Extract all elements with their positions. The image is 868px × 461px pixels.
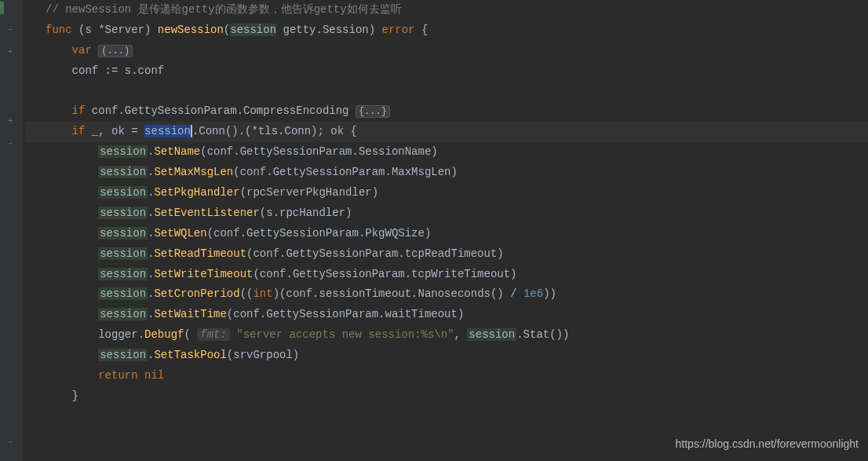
fold-icon[interactable]: + <box>8 46 13 60</box>
code-area[interactable]: // newSession 是传递给getty的函数参数，他告诉getty如何去… <box>22 0 868 461</box>
code-line <box>25 82 868 102</box>
fold-icon[interactable]: + <box>8 115 13 130</box>
code-editor: − + + − 💡 − // newSession 是传递给getty的函数参数… <box>0 0 868 461</box>
watermark-text: https://blog.csdn.net/forevermoonlight <box>676 434 859 455</box>
code-line: } <box>25 386 868 407</box>
code-line: session.SetPkgHandler(rpcServerPkgHandle… <box>25 183 868 203</box>
param-hint: fmt: <box>197 328 230 341</box>
code-line: session.SetWQLen(conf.GettySessionParam.… <box>25 224 868 244</box>
code-line: session.SetEventListener(s.rpcHandler) <box>25 203 868 224</box>
code-line: session.SetName(conf.GettySessionParam.S… <box>25 142 868 163</box>
code-line: return nil <box>25 366 868 386</box>
code-line: session.SetCronPeriod((int)(conf.session… <box>25 284 868 305</box>
fold-icon[interactable]: − <box>8 24 13 38</box>
code-line: if conf.GettySessionParam.CompressEncodi… <box>25 101 868 122</box>
gutter: − + + − 💡 − <box>0 0 22 461</box>
code-line: session.SetWriteTimeout(conf.GettySessio… <box>25 265 868 285</box>
folded-region[interactable]: {...} <box>356 105 390 118</box>
selected-text: session <box>144 125 191 137</box>
code-line: session.SetReadTimeout(conf.GettySession… <box>25 244 868 265</box>
code-line-current: if _, ok = session.Conn().(*tls.Conn); o… <box>25 122 868 142</box>
code-line: // newSession 是传递给getty的函数参数，他告诉getty如何去… <box>25 0 868 20</box>
code-line: session.SetTaskPool(srvGrpool) <box>25 346 868 366</box>
code-line: var (...) <box>25 41 868 61</box>
code-line: func (s *Server) newSession(session gett… <box>25 20 868 41</box>
fold-icon[interactable]: − <box>8 436 13 451</box>
code-line: session.SetWaitTime(conf.GettySessionPar… <box>25 305 868 325</box>
code-line: session.SetMaxMsgLen(conf.GettySessionPa… <box>25 163 868 183</box>
code-line: logger.Debugf( fmt: "server accepts new … <box>25 325 868 346</box>
folded-region[interactable]: (...) <box>98 45 133 57</box>
fold-icon[interactable]: − <box>8 137 13 152</box>
code-line: conf := s.conf <box>25 61 868 82</box>
vcs-marker <box>0 2 4 14</box>
